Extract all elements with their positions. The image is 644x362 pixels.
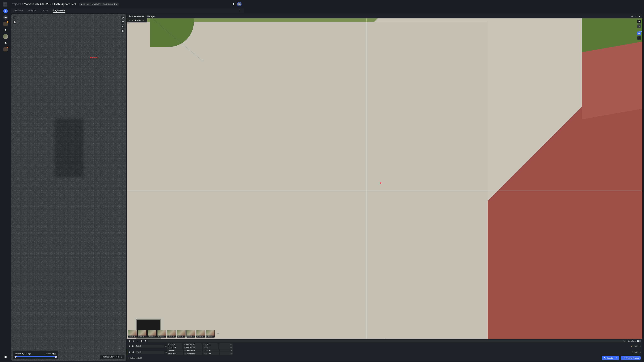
project-pill-label: Malvern 2024-05-29 - LiDAR Update Test bbox=[84, 3, 118, 5]
breadcrumb-sep: / bbox=[22, 2, 23, 6]
home-icon[interactable] bbox=[121, 29, 124, 32]
add-button[interactable] bbox=[3, 9, 8, 13]
kebab-menu-icon[interactable]: ⋮ bbox=[238, 9, 242, 12]
target-icon bbox=[128, 15, 131, 17]
ruler-icon[interactable] bbox=[121, 25, 124, 28]
svg-point-1 bbox=[14, 22, 15, 22]
nav-prev-icon[interactable]: ← bbox=[128, 19, 130, 22]
layers-icon[interactable] bbox=[13, 16, 16, 19]
pause-badge: II bbox=[7, 21, 8, 23]
nav-count: 0/2 bbox=[128, 22, 130, 24]
tab-canvas[interactable]: Canvas bbox=[41, 9, 48, 12]
target-icon[interactable] bbox=[13, 20, 16, 24]
bell-icon[interactable] bbox=[232, 3, 235, 5]
aerial-view[interactable]: ← Point2 → 0/2 00000000000... 0000000 bbox=[127, 18, 244, 137]
project-thumb-3[interactable]: II bbox=[3, 47, 8, 51]
warning-icon-1[interactable] bbox=[3, 28, 8, 32]
breadcrumb: Projects / Malvern 2024-05-29 - LiDAR Up… bbox=[11, 2, 76, 6]
point-nav: ← Point2 → bbox=[127, 18, 147, 22]
pause-badge-2: II bbox=[7, 47, 8, 48]
project-thumb-2[interactable] bbox=[3, 34, 8, 39]
nav-point-label: Point2 bbox=[135, 19, 141, 22]
pointcloud-panel[interactable]: Point2 Intensity Range Exclude bbox=[12, 14, 126, 137]
tab-overview[interactable]: Overview bbox=[14, 9, 23, 12]
warning-icon-2[interactable] bbox=[3, 41, 8, 45]
ref-panel-header: Reference Point Manager bbox=[127, 14, 244, 18]
breadcrumb-current: Malvern 2024-05-29 - LiDAR Update Test bbox=[24, 2, 76, 6]
point-dot-icon bbox=[90, 57, 92, 58]
tab-analyzer[interactable]: Analyzer bbox=[28, 9, 36, 12]
eye-icon[interactable] bbox=[121, 16, 124, 19]
verified-icon bbox=[132, 19, 134, 21]
sliders-icon[interactable] bbox=[121, 20, 124, 24]
app-logo[interactable] bbox=[3, 2, 8, 6]
ref-panel-title: Reference Point Manager bbox=[132, 15, 155, 17]
point-marker-label: Point2 bbox=[92, 56, 98, 59]
nav-next-icon[interactable]: → bbox=[142, 19, 144, 22]
breadcrumb-parent[interactable]: Projects bbox=[11, 2, 21, 6]
pointcloud-view[interactable] bbox=[12, 14, 126, 137]
project-pill[interactable]: Malvern 2024-05-29 - LiDAR Update Test bbox=[79, 2, 120, 6]
point-marker[interactable]: Point2 bbox=[90, 56, 98, 59]
folder-button[interactable] bbox=[3, 15, 8, 19]
tab-registration[interactable]: Registration bbox=[53, 9, 65, 12]
project-thumb-1[interactable]: II bbox=[3, 22, 8, 26]
svg-point-3 bbox=[129, 16, 130, 17]
avatar[interactable]: EM bbox=[237, 2, 242, 6]
